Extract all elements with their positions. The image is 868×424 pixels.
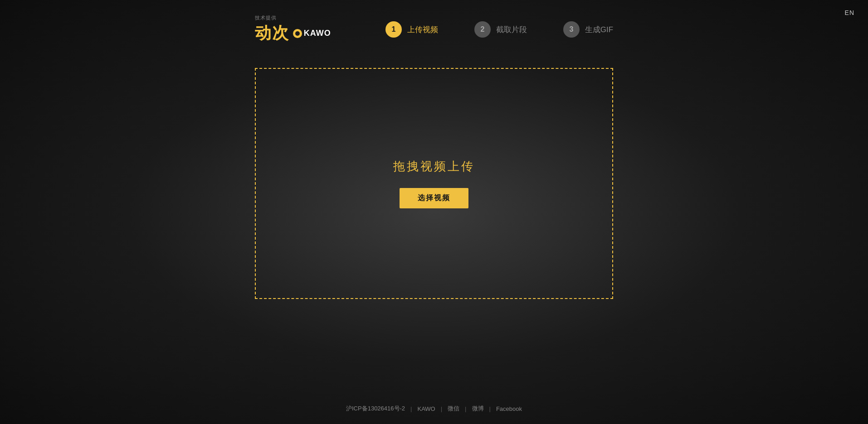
step-2-label: 截取片段 xyxy=(496,24,527,35)
footer: 沪ICP备13026416号-2 | KAWO | 微信 | 微博 | Face… xyxy=(0,405,868,413)
kawo-logo: KAWO xyxy=(293,29,331,38)
language-button[interactable]: EN xyxy=(845,9,854,16)
step-1-circle: 1 xyxy=(385,21,402,38)
footer-sep-1: | xyxy=(410,405,412,412)
kawo-text: KAWO xyxy=(304,29,331,38)
footer-facebook[interactable]: Facebook xyxy=(496,405,522,412)
step-2: 2 截取片段 xyxy=(474,21,527,38)
step-1: 1 上传视频 xyxy=(385,21,438,38)
step-3-label: 生成GIF xyxy=(585,24,613,35)
step-2-circle: 2 xyxy=(474,21,491,38)
footer-sep-4: | xyxy=(489,405,491,412)
footer-weibo[interactable]: 微博 xyxy=(472,405,484,413)
footer-sep-3: | xyxy=(465,405,466,412)
logo-main: 动次 KAWO xyxy=(255,22,331,44)
header: 技术提供 动次 KAWO 1 上传视频 2 截取片段 3 生成GIF xyxy=(0,0,868,59)
step-1-label: 上传视频 xyxy=(407,24,438,35)
tech-provided-label: 技术提供 xyxy=(255,14,277,21)
footer-kawo[interactable]: KAWO xyxy=(417,405,435,412)
dongci-text: 动次 xyxy=(255,22,289,44)
footer-weixin[interactable]: 微信 xyxy=(448,405,459,413)
step-3-circle: 3 xyxy=(563,21,580,38)
drag-upload-text: 拖拽视频上传 xyxy=(393,159,475,174)
select-video-button[interactable]: 选择视频 xyxy=(400,188,468,208)
steps-nav: 1 上传视频 2 截取片段 3 生成GIF xyxy=(385,21,613,38)
logo-section: 技术提供 动次 KAWO xyxy=(255,14,331,44)
step-3: 3 生成GIF xyxy=(563,21,613,38)
kawo-icon xyxy=(293,29,302,38)
footer-sep-2: | xyxy=(441,405,442,412)
footer-icp[interactable]: 沪ICP备13026416号-2 xyxy=(346,405,405,413)
upload-drop-zone[interactable]: 拖拽视频上传 选择视频 xyxy=(255,68,613,299)
